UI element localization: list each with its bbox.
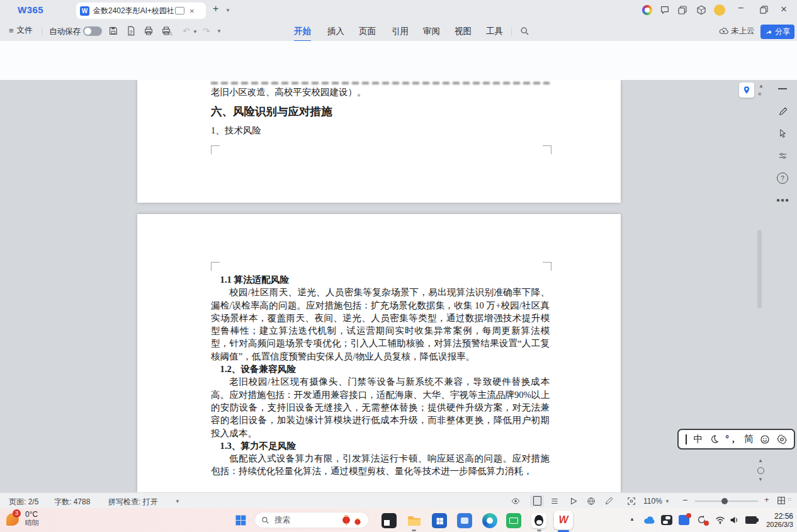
ime-punctuation-mode[interactable]: °， bbox=[725, 434, 738, 445]
ime-toolbar[interactable]: 中 °， 简 bbox=[677, 429, 795, 450]
wps-office-icon[interactable]: W bbox=[554, 511, 573, 529]
ink-pen-icon[interactable] bbox=[604, 497, 613, 506]
ime-fullwidth-moon-icon[interactable] bbox=[709, 434, 719, 444]
workspace-box-icon[interactable] bbox=[696, 5, 706, 15]
tab-home[interactable]: 开始 bbox=[294, 26, 311, 42]
read-mode-icon[interactable] bbox=[569, 497, 578, 506]
ruler-toggle-icon[interactable]: ▲ bbox=[759, 84, 764, 89]
save-icon[interactable] bbox=[108, 26, 118, 36]
taskbar-app-blue[interactable] bbox=[457, 513, 472, 528]
restore-button[interactable] bbox=[759, 5, 769, 14]
ribbon: 格式刷 粘贴 ▼ Calibri (正文)▼ 四号▼ A+ A- 變▼ ◇ B … bbox=[0, 41, 797, 81]
document-tab[interactable]: W 金数2402李彤AI+校园社区 × bbox=[76, 3, 206, 19]
hide-ribbon-eye-icon[interactable] bbox=[511, 497, 520, 506]
spellcheck-chevron-icon[interactable]: ▼ bbox=[175, 499, 180, 504]
ime-charset-mode[interactable]: 简 bbox=[744, 433, 754, 445]
share-button[interactable]: 分享 bbox=[760, 25, 794, 39]
tab-review[interactable]: 审阅 bbox=[423, 26, 440, 37]
pointer-tool-icon[interactable] bbox=[778, 128, 788, 138]
vertical-scrollbar[interactable] bbox=[757, 230, 762, 308]
tray-app-dark-icon[interactable] bbox=[661, 515, 672, 525]
ime-settings-gear-icon[interactable] bbox=[777, 434, 787, 444]
edge-browser-icon[interactable] bbox=[482, 513, 497, 528]
running-indicator bbox=[537, 529, 541, 531]
taskbar-app-dark[interactable] bbox=[382, 513, 397, 528]
page-view-icon[interactable] bbox=[530, 495, 544, 507]
locate-cursor-pin[interactable] bbox=[739, 82, 754, 98]
zoom-chevron-icon[interactable]: ▼ bbox=[665, 499, 670, 504]
weather-widget[interactable]: 3 0°C 晴朗 bbox=[5, 510, 39, 527]
web-view-icon[interactable] bbox=[587, 497, 596, 506]
help-icon[interactable]: ? bbox=[777, 173, 788, 184]
volume-icon[interactable] bbox=[729, 515, 739, 525]
clock-widget[interactable]: 22:56 2026/3/3 bbox=[760, 512, 793, 529]
microsoft-store-icon[interactable] bbox=[432, 513, 447, 528]
section-heading: 1.3、算力不足风险 bbox=[211, 439, 550, 452]
taskbar-search-box[interactable]: 搜索 bbox=[254, 512, 369, 528]
outline-view-icon[interactable] bbox=[550, 497, 559, 506]
close-button[interactable]: × bbox=[781, 3, 787, 16]
new-tab-button[interactable]: + bbox=[213, 3, 218, 14]
qq-icon[interactable] bbox=[531, 513, 546, 528]
focus-mode-icon[interactable] bbox=[627, 497, 636, 506]
tab-references[interactable]: 引用 bbox=[392, 26, 409, 37]
document-page-1[interactable]: 老旧小区改造、高校平安校园建设）。 六、风险识别与应对措施 1、技术风险 bbox=[137, 80, 621, 203]
wifi-icon[interactable] bbox=[715, 515, 725, 525]
tab-view[interactable]: 视图 bbox=[455, 26, 472, 37]
tray-expand-chevron-icon[interactable]: ▲ bbox=[630, 517, 635, 522]
undo-icon[interactable]: ↶ bbox=[183, 26, 190, 36]
export-pdf-icon[interactable] bbox=[126, 26, 136, 36]
tab-close-icon[interactable]: × bbox=[189, 6, 195, 16]
previous-page-icon[interactable]: ▲ bbox=[758, 458, 763, 463]
file-explorer-icon[interactable] bbox=[407, 513, 422, 528]
screen-share-icon[interactable] bbox=[175, 7, 184, 14]
taskbar-app-green[interactable] bbox=[506, 513, 521, 528]
section-body: 老旧校园/社区现有摄像头、门禁等设备与新系统不兼容，导致硬件替换成本高。应对措施… bbox=[211, 375, 550, 439]
user-avatar[interactable] bbox=[714, 4, 725, 16]
cloud-status[interactable]: 未上云 bbox=[719, 26, 755, 37]
tab-tools[interactable]: 工具 bbox=[486, 26, 503, 37]
cloud-drive-tray-icon[interactable] bbox=[643, 514, 655, 526]
tabs-overview-icon[interactable] bbox=[677, 5, 687, 15]
preview-magnifier-icon bbox=[167, 31, 173, 37]
collapse-panel-icon[interactable] bbox=[778, 88, 787, 89]
zoom-slider-handle[interactable] bbox=[721, 498, 728, 504]
battery-pen-icon[interactable] bbox=[745, 516, 757, 524]
tab-page[interactable]: 页面 bbox=[359, 26, 376, 37]
side-by-side-grid-icon[interactable] bbox=[777, 496, 786, 505]
undo-chevron-icon[interactable]: ▼ bbox=[193, 30, 198, 35]
next-page-icon[interactable]: ▼ bbox=[758, 477, 763, 482]
word-count[interactable]: 字数: 4788 bbox=[54, 497, 90, 507]
ime-language-mode[interactable]: 中 bbox=[693, 433, 703, 445]
redo-icon[interactable]: ↷ bbox=[203, 26, 210, 36]
adjust-sliders-icon[interactable] bbox=[778, 151, 788, 161]
minimize-button[interactable]: − bbox=[738, 3, 743, 14]
ime-emoji-icon[interactable] bbox=[760, 434, 770, 444]
tray-date: 2026/3/3 bbox=[760, 521, 793, 529]
zoom-out-button[interactable]: − bbox=[682, 495, 687, 505]
zoom-in-button[interactable]: + bbox=[764, 495, 769, 504]
document-page-2[interactable]: 1.1 算法适配风险 校园/社区雨天、逆光、人员密集等复杂场景下，易出现算法识别… bbox=[137, 214, 621, 492]
sync-tray-icon[interactable] bbox=[696, 514, 707, 525]
tray-app-blue-icon[interactable] bbox=[679, 515, 689, 525]
tab-insert[interactable]: 插入 bbox=[327, 26, 344, 37]
file-menu[interactable]: ≡ 文件 bbox=[9, 25, 33, 36]
more-tools-icon[interactable]: ●●● bbox=[776, 196, 789, 203]
feedback-chat-icon[interactable] bbox=[660, 5, 670, 15]
autosave-toggle[interactable] bbox=[83, 26, 102, 36]
sidebar-toggle-icon[interactable]: ≡ bbox=[758, 91, 761, 97]
page-indicator[interactable]: 页面: 2/5 bbox=[9, 497, 38, 507]
spellcheck-status[interactable]: 拼写检查: 打开 bbox=[108, 497, 158, 507]
ai-assistant-icon[interactable] bbox=[642, 5, 652, 15]
start-button[interactable] bbox=[234, 514, 247, 526]
tab-list-chevron-icon[interactable]: ▼ bbox=[225, 8, 230, 13]
share-arrow-icon bbox=[765, 28, 772, 36]
select-browse-object-icon[interactable] bbox=[757, 467, 764, 474]
zoom-level[interactable]: 110% bbox=[643, 497, 662, 506]
fit-page-icon[interactable]: ∷ bbox=[788, 497, 791, 502]
quickbar-chevron-icon[interactable]: ▼ bbox=[217, 29, 222, 34]
section-body: 校园/社区雨天、逆光、人员密集等复杂场景下，易出现算法识别准确率下降、漏检/误检… bbox=[211, 286, 550, 363]
edit-pen-icon[interactable] bbox=[778, 107, 788, 116]
print-icon[interactable] bbox=[144, 26, 154, 36]
ribbon-search-icon[interactable] bbox=[520, 26, 529, 36]
